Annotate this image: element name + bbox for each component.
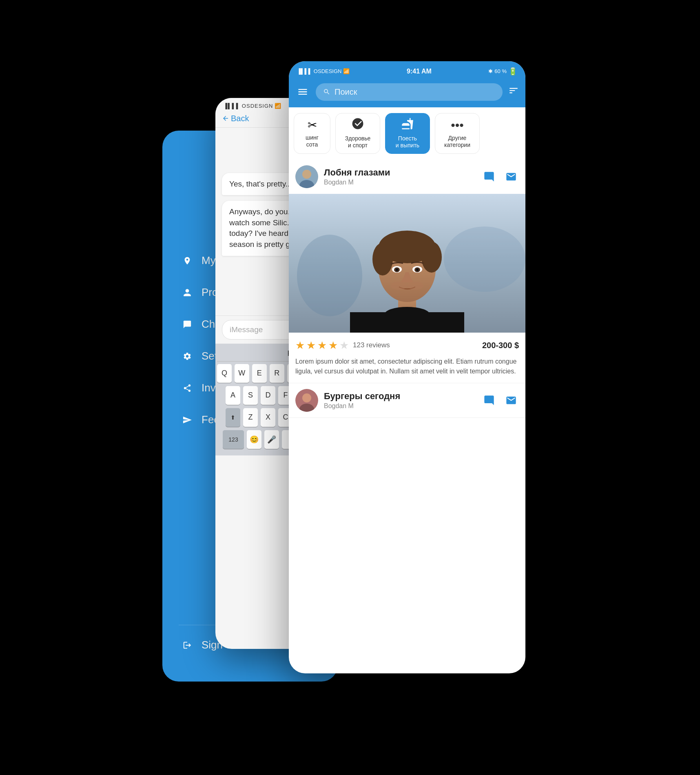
listing-card-2: Бургеры сегодня Bogdan M — [289, 383, 525, 417]
key-x[interactable]: X — [261, 408, 275, 427]
health-icon — [352, 118, 364, 133]
feedback-icon — [180, 413, 194, 427]
key-s[interactable]: S — [243, 386, 258, 405]
rating-group: ★ ★ ★ ★ ★ 123 reviews — [295, 339, 390, 352]
listing-info-1: Лобня глазами Bogdan M — [324, 167, 476, 186]
key-z[interactable]: Z — [243, 408, 258, 427]
message-bubble-2: Yes, that's pretty... — [222, 173, 299, 195]
signal-bars-tour: ▐▌▌▌ — [297, 68, 312, 74]
signal-indicator: ▐▌▌▌ OSDESIGN 📶 — [224, 103, 281, 109]
listing-actions-1 — [481, 169, 519, 184]
search-placeholder: Поиск — [334, 87, 357, 97]
category-bar: ✂ шингсота Здоровьеи спорт Поестьи выпит… — [289, 107, 525, 160]
mail-button-2[interactable] — [503, 393, 519, 408]
category-beauty[interactable]: ✂ шингсота — [294, 113, 330, 154]
signal-bars: ▐▌▌▌ — [224, 103, 240, 109]
wifi-icon: 📶 — [275, 103, 281, 109]
tour-signal: ▐▌▌▌ OSDESIGN 📶 — [297, 68, 350, 74]
star-4: ★ — [328, 339, 338, 352]
share-icon — [180, 381, 194, 395]
reviews-count: 123 reviews — [353, 341, 390, 349]
beauty-icon: ✂ — [308, 118, 317, 132]
comment-button-2[interactable] — [481, 393, 497, 408]
tour-screen: ▐▌▌▌ OSDESIGN 📶 9:41 AM ✱ 60 % 🔋 Поиск — [289, 61, 525, 673]
back-label: Back — [231, 114, 249, 123]
signout-icon — [180, 638, 194, 652]
food-icon — [401, 118, 414, 133]
svg-point-10 — [297, 235, 362, 316]
star-3: ★ — [317, 339, 327, 352]
search-icon — [323, 88, 330, 95]
settings-icon — [180, 349, 194, 363]
health-label: Здоровьеи спорт — [345, 135, 371, 149]
tour-status-bar: ▐▌▌▌ OSDESIGN 📶 9:41 AM ✱ 60 % 🔋 — [289, 61, 525, 79]
category-food[interactable]: Поестьи выпить — [385, 113, 430, 154]
key-w[interactable]: W — [235, 364, 249, 383]
food-label: Поестьи выпить — [396, 135, 419, 149]
svg-point-19 — [421, 242, 442, 273]
key-shift[interactable]: ⬆ — [226, 408, 240, 427]
key-a[interactable]: A — [226, 386, 240, 405]
listing-avatar-1 — [295, 165, 318, 188]
person-icon — [180, 286, 194, 300]
svg-point-29 — [302, 393, 311, 402]
key-123[interactable]: 123 — [223, 430, 244, 449]
key-emoji[interactable]: 😊 — [247, 430, 261, 449]
key-q[interactable]: Q — [217, 364, 232, 383]
key-e[interactable]: E — [252, 364, 267, 383]
listing-price: 200-300 $ — [482, 341, 519, 350]
listing-image-1 — [289, 194, 525, 333]
hamburger-button[interactable] — [295, 86, 310, 98]
tour-time: 9:41 AM — [407, 68, 432, 75]
listing-avatar-2 — [295, 389, 318, 412]
rating-row-1: ★ ★ ★ ★ ★ 123 reviews 200-300 $ — [295, 339, 519, 352]
search-bar[interactable]: Поиск — [316, 83, 503, 101]
wifi-icon-tour: 📶 — [343, 68, 350, 74]
listing-title-2: Бургеры сегодня — [324, 391, 476, 402]
category-other[interactable]: ••• Другиекатегории — [435, 113, 480, 154]
map-pin-icon — [180, 254, 194, 268]
comment-button-1[interactable] — [481, 169, 497, 184]
carrier-name: OSDESIGN — [242, 103, 273, 109]
listing-author-1: Bogdan M — [324, 179, 476, 186]
svg-point-27 — [407, 282, 423, 290]
listing-card-1: Лобня глазами Bogdan M — [289, 160, 525, 418]
battery-icon: 🔋 — [508, 67, 517, 76]
beauty-label: шингсота — [306, 134, 319, 148]
key-mic[interactable]: 🎤 — [264, 430, 279, 449]
tour-battery: ✱ 60 % 🔋 — [488, 67, 517, 76]
listing-author-2: Bogdan M — [324, 402, 476, 410]
key-r[interactable]: R — [270, 364, 284, 383]
listing-header-1: Лобня глазами Bogdan M — [289, 160, 525, 194]
listing-description: Lorem ipsum dolor sit amet, consectetur … — [295, 357, 519, 376]
listing-info-2: Бургеры сегодня Bogdan M — [324, 391, 476, 410]
filter-button[interactable] — [508, 85, 519, 98]
tour-header: Поиск — [289, 79, 525, 107]
battery-percent: 60 % — [494, 68, 507, 74]
chat-icon — [180, 318, 194, 331]
other-icon: ••• — [451, 118, 464, 132]
svg-point-26 — [391, 282, 407, 290]
key-d[interactable]: D — [261, 386, 275, 405]
listing-title-1: Лобня глазами — [324, 167, 476, 178]
other-label: Другиекатегории — [444, 135, 470, 149]
mail-button-1[interactable] — [503, 169, 519, 184]
category-health[interactable]: Здоровьеи спорт — [335, 113, 380, 154]
svg-point-25 — [416, 269, 419, 271]
star-1: ★ — [295, 339, 305, 352]
svg-point-11 — [444, 227, 525, 292]
svg-point-18 — [372, 243, 393, 275]
listing-footer-1: ★ ★ ★ ★ ★ 123 reviews 200-300 $ Lorem ip… — [289, 333, 525, 383]
listing-avatar-img-1 — [295, 165, 318, 188]
back-button[interactable]: Back — [222, 114, 249, 123]
message-placeholder: iMessage — [230, 325, 263, 334]
tour-carrier: OSDESIGN — [314, 68, 342, 74]
star-2: ★ — [306, 339, 316, 352]
svg-point-7 — [302, 170, 311, 179]
portrait-svg — [289, 194, 525, 333]
stars: ★ ★ ★ ★ ★ — [295, 339, 349, 352]
svg-point-15 — [385, 307, 430, 322]
bluetooth-icon: ✱ — [488, 68, 493, 74]
listing-actions-2 — [481, 393, 519, 408]
listing-avatar-img-2 — [295, 389, 318, 412]
